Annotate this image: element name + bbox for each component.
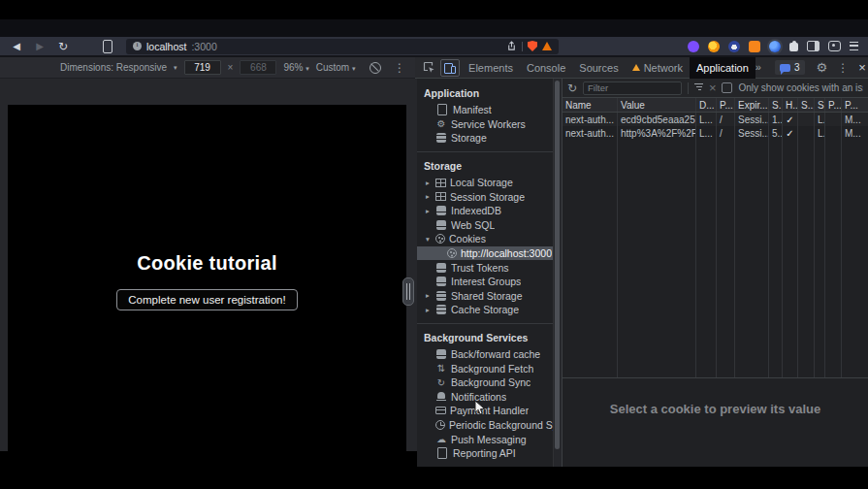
viewport-resize-handle[interactable] [402, 277, 414, 306]
database-icon [436, 206, 446, 215]
section-background-services: Background Services [417, 323, 553, 347]
width-input[interactable] [184, 60, 221, 75]
cookie-icon [447, 248, 457, 258]
expander-icon[interactable]: ▸ [424, 306, 432, 314]
col-httponly[interactable]: H... [783, 98, 798, 112]
sidebar-item-reporting-api[interactable]: Reporting API [417, 446, 553, 461]
menu-icon[interactable] [850, 42, 858, 50]
col-value[interactable]: Value [618, 98, 696, 112]
expander-icon[interactable]: ▾ [424, 235, 432, 244]
col-domain[interactable]: D... [696, 98, 717, 112]
shield-icon[interactable] [528, 41, 537, 51]
sidebar-item-bf-cache[interactable]: Back/forward cache [417, 347, 553, 362]
device-toolbar-toggle-icon[interactable] [440, 59, 460, 77]
reload-button[interactable] [54, 41, 72, 52]
sidebar-item-manifest[interactable]: Manifest [417, 103, 553, 117]
col-samesite[interactable]: S... [815, 98, 825, 112]
tab-sources[interactable]: Sources [572, 57, 625, 79]
extension-icon[interactable] [728, 41, 740, 52]
warning-icon[interactable] [542, 42, 552, 50]
devtools-tab-bar: Elements Console Sources Network Applica… [415, 57, 868, 79]
back-button[interactable] [8, 42, 25, 51]
share-icon[interactable] [506, 41, 517, 51]
dimensions-label[interactable]: Dimensions: Responsive [60, 62, 167, 73]
height-input[interactable] [240, 60, 276, 75]
sidebar-item-cookies-localhost[interactable]: http://localhost:3000 [417, 246, 553, 261]
issues-bubble-icon [780, 64, 790, 72]
sync-icon [435, 377, 447, 388]
tablet-icon[interactable] [103, 40, 113, 53]
throttle-select[interactable]: Custom ▾ [316, 62, 356, 73]
cookies-panel: Only show cookies with an issue Name Val… [562, 79, 868, 467]
sidebar-item-indexeddb[interactable]: ▸IndexedDB [417, 204, 553, 218]
chevron-down-icon: ▾ [174, 64, 177, 72]
tab-elements[interactable]: Elements [462, 57, 520, 79]
sidebar-item-periodic-background-sync[interactable]: Periodic Background Sync [417, 418, 553, 433]
filter-input[interactable] [583, 82, 682, 95]
sidebar-item-service-workers[interactable]: Service Workers [417, 117, 553, 132]
more-tabs-icon[interactable] [755, 62, 761, 73]
settings-gear-icon[interactable] [817, 61, 828, 74]
clock-icon [435, 420, 445, 430]
sidebar-item-cache-storage[interactable]: ▸Cache Storage [417, 303, 553, 317]
refresh-icon[interactable] [567, 82, 577, 94]
sidebar-item-push-messaging[interactable]: Push Messaging [417, 432, 553, 446]
site-info-icon[interactable] [133, 42, 142, 50]
table-row[interactable]: next-auth... http%3A%2F%2Flo... L... / S… [563, 126, 868, 140]
sidebar-item-cookies[interactable]: ▾Cookies [417, 232, 553, 246]
expander-icon[interactable]: ▸ [424, 207, 432, 215]
url-bar[interactable]: localhost :3000 [126, 39, 559, 54]
filter-funnel-icon[interactable] [694, 83, 703, 92]
col-size[interactable]: S... [769, 98, 783, 112]
registration-button[interactable]: Complete new user registration! [116, 289, 297, 310]
url-port: :3000 [191, 41, 216, 52]
sidebar-item-background-sync[interactable]: Background Sync [417, 375, 553, 390]
extension-icon[interactable] [749, 41, 760, 52]
col-secure[interactable]: S... [798, 98, 815, 112]
scrollbar-thumb[interactable] [555, 81, 560, 449]
inspect-element-icon[interactable] [419, 58, 438, 78]
expander-icon[interactable]: ▸ [424, 179, 432, 187]
col-partition[interactable]: P... [825, 98, 842, 112]
zoom-select[interactable]: 96% ▾ [283, 62, 308, 73]
devtools-menu-icon[interactable] [837, 62, 849, 74]
sidebar-item-local-storage[interactable]: ▸Local Storage [417, 176, 553, 190]
tab-application[interactable]: Application [690, 57, 755, 79]
extensions-puzzle-icon[interactable] [789, 43, 798, 51]
col-name[interactable]: Name [563, 98, 618, 112]
side-panel-icon[interactable] [807, 41, 820, 51]
issues-button[interactable]: 3 [775, 60, 805, 75]
clear-icon[interactable] [709, 82, 717, 94]
tab-console[interactable]: Console [520, 57, 572, 79]
sidebar-item-background-fetch[interactable]: Background Fetch [417, 361, 553, 375]
only-issues-checkbox[interactable] [722, 82, 732, 93]
extension-icon[interactable] [688, 41, 699, 52]
extension-icon[interactable] [769, 41, 781, 52]
browser-window: localhost :3000 [0, 19, 868, 467]
col-path[interactable]: P... [717, 98, 735, 112]
col-priority[interactable]: P... [842, 98, 868, 112]
sidebar-item-storage[interactable]: Storage [417, 131, 553, 146]
col-expires[interactable]: Expir... [735, 98, 769, 112]
media-control-icon[interactable] [828, 41, 841, 51]
expander-icon[interactable]: ▸ [424, 192, 432, 201]
forward-button[interactable] [31, 42, 48, 51]
sidebar-item-trust-tokens[interactable]: Trust Tokens [417, 260, 553, 275]
close-devtools-icon[interactable] [858, 61, 866, 74]
preview-placeholder: Select a cookie to preview its value [610, 402, 820, 467]
sidebar-item-session-storage[interactable]: ▸Session Storage [417, 189, 553, 204]
bell-icon [437, 392, 445, 399]
database-icon [436, 220, 446, 230]
expander-icon[interactable]: ▸ [424, 291, 432, 300]
table-row[interactable]: next-auth... ecd9cbd5eaaa25e... L... / S… [563, 113, 868, 126]
tab-network[interactable]: Network [626, 57, 690, 79]
up-down-arrows-icon [435, 363, 447, 374]
sidebar-item-shared-storage[interactable]: ▸Shared Storage [417, 289, 553, 304]
sidebar-item-interest-groups[interactable]: Interest Groups [417, 275, 553, 289]
sidebar-scrollbar[interactable] [553, 79, 562, 467]
extension-icon[interactable] [708, 41, 720, 52]
sidebar-item-web-sql[interactable]: Web SQL [417, 218, 553, 233]
device-toolbar-options-icon[interactable] [394, 62, 415, 74]
no-throttling-icon[interactable] [370, 62, 381, 74]
page-viewport: Cookie tutorial Complete new user regist… [8, 105, 406, 451]
